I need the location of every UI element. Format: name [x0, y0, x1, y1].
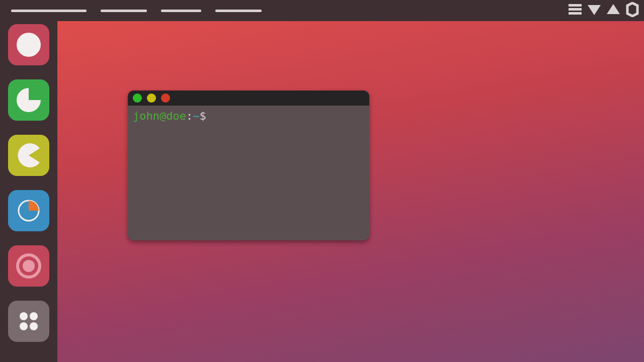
triangle-down-icon[interactable] — [587, 2, 602, 19]
window-close-button[interactable] — [161, 94, 170, 103]
pacman-icon — [15, 141, 43, 169]
pie-ring-slice-icon — [15, 197, 43, 225]
terminal-window[interactable]: john@doe:~$ — [128, 90, 369, 240]
svg-marker-4 — [607, 4, 620, 14]
four-dots-icon — [15, 307, 43, 335]
top-menu-group — [0, 10, 262, 12]
svg-rect-0 — [569, 4, 582, 7]
prompt-symbol: $ — [199, 110, 206, 122]
svg-rect-1 — [569, 8, 582, 11]
menu-item-3[interactable] — [161, 10, 201, 12]
system-indicators — [568, 0, 640, 21]
svg-point-10 — [20, 312, 28, 320]
svg-point-11 — [30, 312, 38, 320]
svg-point-9 — [23, 260, 35, 272]
svg-point-6 — [17, 33, 41, 57]
dock-app-3[interactable] — [8, 135, 49, 176]
svg-rect-2 — [569, 12, 582, 15]
gear-icon[interactable] — [625, 2, 640, 19]
menu-item-2[interactable] — [101, 10, 147, 12]
dock-app-2[interactable] — [8, 79, 49, 121]
terminal-body[interactable]: john@doe:~$ — [128, 106, 369, 126]
menu-item-4[interactable] — [215, 10, 262, 12]
triangle-up-icon[interactable] — [606, 2, 621, 19]
launcher-dock — [0, 21, 57, 362]
terminal-titlebar[interactable] — [128, 90, 369, 106]
dock-app-1[interactable] — [8, 24, 49, 65]
top-panel — [0, 0, 644, 21]
pie-quarter-icon — [15, 86, 43, 114]
prompt-user: john@doe — [133, 110, 186, 122]
hamburger-icon[interactable] — [568, 2, 583, 19]
window-minimize-button[interactable] — [133, 94, 142, 103]
svg-point-13 — [30, 322, 38, 330]
svg-marker-5 — [627, 3, 637, 16]
svg-marker-3 — [588, 5, 601, 15]
prompt-path: ~ — [193, 110, 199, 122]
dock-app-grid[interactable] — [8, 301, 49, 342]
ring-dot-icon — [15, 252, 43, 280]
svg-point-12 — [20, 322, 28, 330]
circle-solid-icon — [15, 31, 43, 59]
window-maximize-button[interactable] — [147, 94, 156, 103]
prompt-separator: : — [186, 110, 193, 122]
dock-app-5[interactable] — [8, 245, 49, 287]
dock-app-4[interactable] — [8, 190, 49, 231]
desktop-background: john@doe:~$ — [57, 21, 644, 362]
menu-item-1[interactable] — [11, 10, 87, 12]
